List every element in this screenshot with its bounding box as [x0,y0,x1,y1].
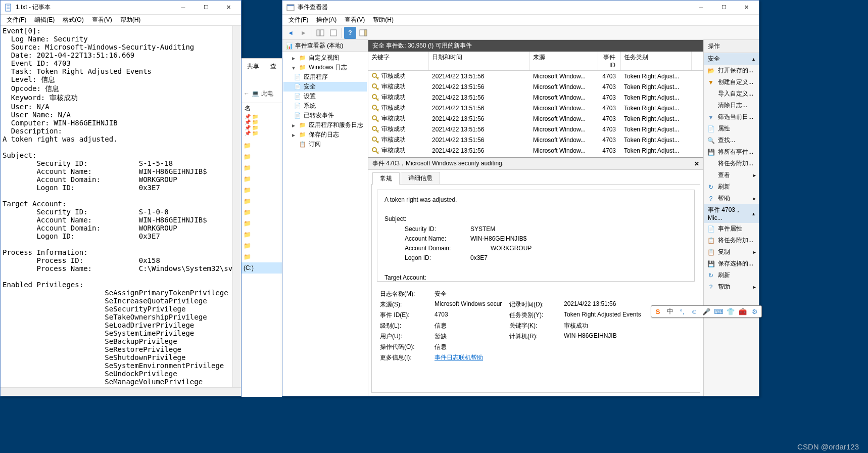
action-事件属性[interactable]: 📄事件属性 [704,223,759,235]
column-source[interactable]: 来源 [530,52,598,70]
expand-toggle-icon[interactable]: ▸ [291,55,297,62]
folder-item[interactable]: 📁 [242,185,282,196]
menu-format[interactable]: 格式(O) [59,15,87,25]
folder-item[interactable]: 📁 [242,229,282,240]
explorer-view-tab[interactable]: 查 [270,62,276,71]
nav-location[interactable]: 此电 [261,89,273,98]
help-button[interactable]: ? [344,27,356,39]
action-创建自定义...[interactable]: ▼创建自定义... [704,76,759,88]
ime-settings-icon[interactable]: ⚙ [750,307,759,316]
explorer-share-tab[interactable]: 共享 [247,62,259,71]
column-event-id[interactable]: 事件 ID [598,52,621,70]
menu-file[interactable]: 文件(F) [3,15,30,25]
actions-section-event[interactable]: 事件 4703，Mic...▴ [704,204,759,223]
nav-back-icon[interactable]: ← [244,90,250,97]
menu-view[interactable]: 查看(V) [341,15,369,25]
ime-lang-toggle[interactable]: 中 [665,307,674,316]
menu-action[interactable]: 操作(A) [312,15,341,25]
action-查看[interactable]: 查看▸ [704,169,759,181]
close-detail-icon[interactable]: ✕ [694,160,699,167]
folder-item[interactable]: 📁 [242,207,282,218]
tab-details[interactable]: 详细信息 [401,172,440,184]
column-date[interactable]: 日期和时间 [429,52,530,70]
close-button[interactable]: ✕ [735,1,758,15]
tree-root[interactable]: 📊 事件查看器 (本地) [282,40,368,52]
action-帮助[interactable]: ?帮助▸ [704,193,759,204]
maximize-button[interactable]: ☐ [712,1,735,15]
scrollbar-horizontal[interactable] [1,387,241,396]
event-description[interactable]: A token right was adjusted. Subject: Sec… [377,190,695,282]
folder-item[interactable]: 📁 [242,251,282,262]
online-help-link[interactable]: 事件日志联机帮助 [435,354,483,361]
back-button[interactable]: ◄ [284,27,297,39]
tab-general[interactable]: 常规 [372,172,400,185]
expand-toggle-icon[interactable]: ▸ [291,131,297,139]
show-hide-tree-button[interactable] [314,27,326,39]
action-导入自定义...[interactable]: 导入自定义... [704,88,759,100]
tree-item-安全[interactable]: 📄安全 [283,82,367,92]
action-刷新[interactable]: ↻刷新 [704,181,759,193]
show-action-pane-button[interactable] [357,27,369,39]
folder-item[interactable]: 📁 [242,196,282,207]
tree-item-保存的日志[interactable]: ▸📁保存的日志 [283,130,367,140]
ime-emoji-icon[interactable]: ☺ [690,307,699,316]
folder-item[interactable]: 📁 [242,173,282,185]
events-list[interactable]: 审核成功2021/4/22 13:51:56Microsoft Window..… [368,71,703,158]
ime-keyboard-icon[interactable]: ⌨ [714,307,723,316]
folder-item[interactable]: 📁 [242,151,282,162]
menu-help[interactable]: 帮助(H) [116,15,145,25]
action-筛选当前日...[interactable]: ▼筛选当前日... [704,111,759,123]
tree-item-应用程序和服务日志[interactable]: ▸📁应用程序和服务日志 [283,120,367,130]
tree-item-已转发事件[interactable]: 📄已转发事件 [283,111,367,120]
event-row[interactable]: 审核成功2021/4/22 13:51:56Microsoft Window..… [368,113,703,124]
pinned-item[interactable]: 📌 📁 [242,130,282,136]
ime-toolbox-icon[interactable]: 🧰 [738,307,747,316]
maximize-button[interactable]: ☐ [195,1,217,15]
ime-toolbar[interactable]: S 中 °, ☺ 🎤 ⌨ 👕 🧰 ⚙ [651,305,762,318]
event-row[interactable]: 审核成功2021/4/22 13:51:56Microsoft Window..… [368,124,703,134]
pinned-item[interactable]: 📌 📁 [242,125,282,130]
tree-item-订阅[interactable]: 📋订阅 [283,140,367,149]
event-row[interactable]: 审核成功2021/4/22 13:51:56Microsoft Window..… [368,103,703,113]
scrollbar-vertical[interactable] [232,26,241,387]
action-打开保存的...[interactable]: 📂打开保存的... [704,65,759,76]
expand-toggle-icon[interactable]: ▾ [291,64,297,71]
action-帮助[interactable]: ?帮助▸ [704,281,759,293]
tree-item-系统[interactable]: 📄系统 [283,101,367,111]
event-viewer-titlebar[interactable]: 事件查看器 ─ ☐ ✕ [282,1,759,15]
folder-item[interactable]: 📁 [242,218,282,229]
forward-button[interactable]: ► [298,27,310,39]
folder-item[interactable]: 📁 [242,162,282,173]
event-row[interactable]: 审核成功2021/4/22 13:51:56Microsoft Window..… [368,92,703,103]
event-row[interactable]: 审核成功2021/4/22 13:51:56Microsoft Window..… [368,71,703,81]
menu-file[interactable]: 文件(F) [284,15,312,25]
action-将任务附加...[interactable]: 📋将任务附加... [704,235,759,246]
tree-item-Windows 日志[interactable]: ▾📁Windows 日志 [283,63,367,72]
action-保存选择的...[interactable]: 💾保存选择的... [704,258,759,269]
column-name[interactable]: 名 [242,103,282,114]
action-属性[interactable]: 📄属性 [704,123,759,134]
minimize-button[interactable]: ─ [172,1,195,15]
menu-edit[interactable]: 编辑(E) [30,15,59,25]
notepad-titlebar[interactable]: 1.txt - 记事本 ─ ☐ ✕ [1,1,241,15]
action-清除日志...[interactable]: 清除日志... [704,100,759,111]
pinned-item[interactable]: 📌 📁 [242,119,282,125]
tree-item-设置[interactable]: 📄设置 [283,92,367,101]
pinned-item[interactable]: 📌 📁 [242,114,282,119]
actions-section-security[interactable]: 安全▴ [704,53,759,65]
ime-punct-icon[interactable]: °, [678,307,687,316]
tree-item-应用程序[interactable]: 📄应用程序 [283,72,367,82]
ime-skin-icon[interactable]: 👕 [726,307,735,316]
tree-item-自定义视图[interactable]: ▸📁自定义视图 [283,53,367,63]
action-查找...[interactable]: 🔍查找... [704,134,759,146]
properties-button[interactable] [327,27,340,39]
folder-item[interactable]: 📁 [242,240,282,251]
action-刷新[interactable]: ↻刷新 [704,269,759,281]
action-将所有事件...[interactable]: 💾将所有事件... [704,146,759,158]
folder-item[interactable]: 📁 [242,140,282,151]
notepad-content[interactable]: Event[0]: Log Name: Security Source: Mic… [1,26,241,396]
drive-c[interactable]: (C:) [242,262,282,274]
ime-logo-icon[interactable]: S [653,307,662,316]
close-button[interactable]: ✕ [217,1,240,15]
event-row[interactable]: 审核成功2021/4/22 13:51:56Microsoft Window..… [368,145,703,156]
